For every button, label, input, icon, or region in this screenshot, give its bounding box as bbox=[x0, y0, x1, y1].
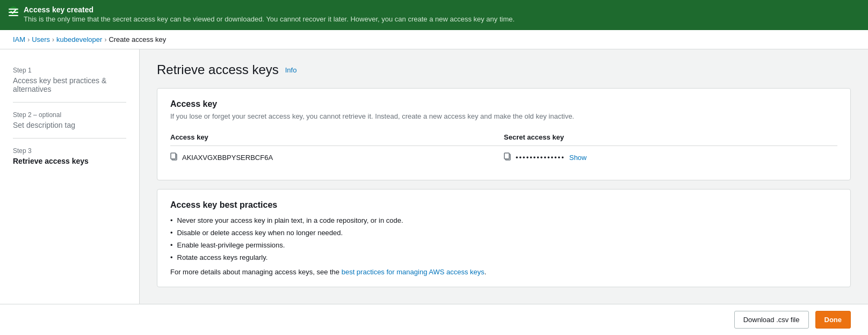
access-key-value: AKIAXVGXBBPYSERBCF6A bbox=[182, 154, 273, 162]
banner-message: This is the only time that the secret ac… bbox=[24, 15, 515, 23]
banner-content: Access key created This is the only time… bbox=[24, 5, 515, 23]
breadcrumb-kubedeveloper[interactable]: kubedeveloper bbox=[56, 35, 102, 43]
access-key-table: Access key Secret access key bbox=[170, 129, 837, 169]
content-area: Retrieve access keys Info Access key If … bbox=[140, 49, 868, 332]
list-item: Never store your access key in plain tex… bbox=[170, 216, 837, 224]
best-practices-card: Access key best practices Never store yo… bbox=[157, 189, 851, 287]
list-item: Rotate access keys regularly. bbox=[170, 253, 837, 261]
access-key-section: Access key If you lose or forget your se… bbox=[157, 89, 850, 180]
svg-rect-7 bbox=[504, 153, 509, 159]
breadcrumb: IAM › Users › kubedeveloper › Create acc… bbox=[0, 30, 868, 49]
sidebar: Step 1 Access key best practices & alter… bbox=[0, 49, 140, 332]
best-practices-title: Access key best practices bbox=[170, 200, 837, 210]
main-layout: Step 1 Access key best practices & alter… bbox=[0, 49, 868, 332]
sidebar-step-1: Step 1 Access key best practices & alter… bbox=[0, 62, 139, 98]
done-button[interactable]: Done bbox=[815, 311, 851, 329]
sidebar-step-3: Step 3 Retrieve access keys bbox=[0, 143, 139, 170]
breadcrumb-iam[interactable]: IAM bbox=[13, 35, 25, 43]
breadcrumb-sep-1: › bbox=[27, 36, 30, 43]
show-secret-key-link[interactable]: Show bbox=[569, 154, 587, 162]
access-key-card: Access key If you lose or forget your se… bbox=[157, 88, 851, 180]
sidebar-step-2: Step 2 – optional Set description tag bbox=[0, 107, 139, 134]
table-row: AKIAXVGXBBPYSERBCF6A bbox=[170, 146, 837, 170]
sidebar-step-2-label: Step 2 – optional bbox=[13, 111, 126, 119]
copy-secret-key-icon[interactable] bbox=[504, 152, 511, 163]
sidebar-step-2-name: Set description tag bbox=[13, 121, 126, 129]
page-title: Retrieve access keys bbox=[157, 62, 279, 77]
col-header-access-key: Access key bbox=[170, 129, 504, 146]
sidebar-step-3-name: Retrieve access keys bbox=[13, 157, 126, 165]
access-key-subtitle: If you lose or forget your secret access… bbox=[170, 112, 837, 120]
svg-rect-5 bbox=[171, 153, 176, 159]
sidebar-step-3-label: Step 3 bbox=[13, 147, 126, 155]
list-item: Enable least-privilege permissions. bbox=[170, 241, 837, 249]
banner-title: Access key created bbox=[24, 5, 515, 14]
access-key-cell: AKIAXVGXBBPYSERBCF6A bbox=[170, 146, 504, 170]
download-csv-button[interactable]: Download .csv file bbox=[734, 311, 809, 329]
best-practices-list: Never store your access key in plain tex… bbox=[170, 216, 837, 261]
secret-key-cell: •••••••••••••• Show bbox=[504, 146, 837, 170]
info-link[interactable]: Info bbox=[285, 66, 297, 74]
best-practices-link[interactable]: best practices for managing AWS access k… bbox=[342, 268, 484, 276]
list-item: Disable or delete access key when no lon… bbox=[170, 229, 837, 237]
breadcrumb-sep-3: › bbox=[104, 36, 106, 43]
footer: Download .csv file Done bbox=[0, 304, 868, 332]
success-banner: Access key created This is the only time… bbox=[0, 0, 868, 30]
secret-key-masked: •••••••••••••• bbox=[516, 154, 565, 162]
sidebar-divider-1 bbox=[13, 102, 126, 103]
svg-rect-1 bbox=[9, 12, 18, 13]
sidebar-step-1-label: Step 1 bbox=[13, 67, 126, 74]
col-header-secret-key: Secret access key bbox=[504, 129, 837, 146]
breadcrumb-current: Create access key bbox=[108, 35, 166, 43]
sidebar-divider-2 bbox=[13, 138, 126, 139]
breadcrumb-users[interactable]: Users bbox=[32, 35, 50, 43]
copy-access-key-icon[interactable] bbox=[170, 152, 178, 163]
menu-icon[interactable] bbox=[9, 9, 18, 18]
more-details: For more details about managing access k… bbox=[170, 268, 837, 276]
access-key-title: Access key bbox=[170, 99, 837, 109]
svg-rect-2 bbox=[9, 15, 18, 16]
sidebar-step-1-name: Access key best practices & alternatives bbox=[13, 76, 126, 93]
best-practices-section: Access key best practices Never store yo… bbox=[157, 190, 850, 287]
page-header: Retrieve access keys Info bbox=[157, 62, 851, 77]
breadcrumb-sep-2: › bbox=[52, 36, 54, 43]
svg-rect-0 bbox=[9, 9, 18, 10]
